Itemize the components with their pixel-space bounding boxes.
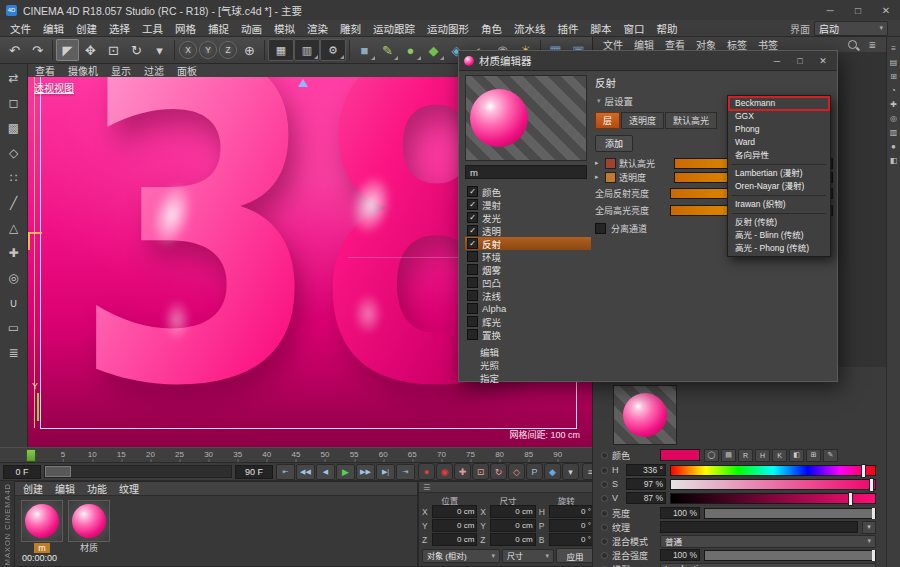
timeline-tick[interactable]: 5 [61, 450, 65, 459]
timeline-tick[interactable]: 70 [437, 450, 446, 459]
size-mode-dropdown[interactable]: 尺寸 ▾ [502, 549, 554, 563]
cube-primitive-icon[interactable]: ■ [353, 39, 376, 61]
material-channel-item[interactable]: 编辑 [465, 345, 591, 358]
texture-preset-button[interactable]: ▾ [862, 521, 876, 534]
mix-strength-slider[interactable] [704, 550, 876, 561]
menubar-item[interactable]: 运动跟踪 [367, 20, 421, 37]
brightness-slider[interactable] [704, 508, 876, 519]
value-slider[interactable] [670, 493, 876, 504]
x-axis-lock-button[interactable]: X [179, 41, 197, 59]
keyframe-selection-button[interactable]: ◆ [544, 463, 561, 480]
menubar-item[interactable]: 角色 [475, 20, 508, 37]
menubar-item[interactable]: 渲染 [301, 20, 334, 37]
channel-checkbox[interactable]: ✓ [467, 238, 478, 249]
viewport-menu-item[interactable]: 面板 [177, 63, 197, 78]
channel-checkbox[interactable]: ✓ [467, 225, 478, 236]
material-channel-item[interactable]: 环境 [465, 250, 591, 263]
previous-frame-button[interactable]: ◀ [316, 464, 335, 480]
material-preview[interactable] [465, 75, 587, 161]
channel-checkbox[interactable] [467, 303, 478, 314]
dock-clock-icon[interactable]: ◔ [888, 83, 900, 97]
menubar-item[interactable]: 运动图形 [421, 20, 475, 37]
spectrum-icon[interactable]: ▤ [721, 449, 736, 462]
reflectance-type-option[interactable]: Irawan (织物) [729, 198, 829, 211]
menubar-item[interactable]: 雕刻 [334, 20, 367, 37]
coordinate-field[interactable]: 0 ° [549, 519, 594, 532]
material-channel-item[interactable]: ✓反射 [465, 237, 591, 250]
viewport-menu-item[interactable]: 显示 [111, 63, 131, 78]
timeline-tick[interactable]: 85 [524, 450, 533, 459]
collapse-arrow-icon[interactable]: ▾ [597, 97, 601, 105]
goto-start-button[interactable]: ⇤ [276, 464, 295, 480]
coordinate-field[interactable]: 0 cm [432, 533, 477, 546]
menubar-item[interactable]: 窗口 [618, 20, 651, 37]
subdivision-surface-icon[interactable]: ● [399, 39, 422, 61]
dock-add-icon[interactable]: ✚ [888, 97, 900, 111]
reflectance-tab[interactable]: 透明度 [621, 112, 664, 129]
timeline-playhead[interactable] [26, 449, 36, 462]
material-item[interactable]: 材质 [68, 500, 110, 553]
timeline-tick[interactable]: 10 [88, 450, 97, 459]
reflectance-tab[interactable]: 默认高光 [665, 112, 717, 129]
viewport-menu-item[interactable]: 摄像机 [68, 63, 98, 78]
coordinate-field[interactable]: 0 ° [549, 505, 594, 518]
mix-strength-value-field[interactable]: 100 % [660, 549, 700, 561]
render-settings-icon[interactable]: ⚙ [320, 39, 346, 61]
coordinate-field[interactable]: 0 cm [490, 519, 535, 532]
reflectance-tab[interactable]: 层 [595, 112, 620, 129]
selection-filter-icon[interactable]: ≣ [2, 341, 26, 365]
render-picture-viewer-icon[interactable]: ▥ [294, 39, 320, 61]
maximize-button[interactable]: □ [791, 56, 809, 66]
undo-icon[interactable]: ↶ [3, 39, 26, 61]
reflectance-type-option[interactable]: 高光 - Blinn (传统) [729, 229, 829, 242]
timeline-tick[interactable]: 35 [233, 450, 242, 459]
timeline-tick[interactable]: 40 [262, 450, 271, 459]
live-selection-icon[interactable]: ◤ [56, 39, 79, 61]
channel-checkbox[interactable]: ✓ [467, 212, 478, 223]
dock-split-icon[interactable]: ◧ [888, 153, 900, 167]
rotate-tool-icon[interactable]: ↻ [125, 39, 148, 61]
h-value-field[interactable]: 336 ° [626, 464, 666, 476]
material-channel-item[interactable]: 烟雾 [465, 263, 591, 276]
material-manager-menu-item[interactable]: 创建 [23, 481, 43, 496]
previous-key-button[interactable]: ◀◀ [296, 464, 315, 480]
material-item[interactable]: m [21, 500, 63, 553]
menubar-item[interactable]: 插件 [552, 20, 585, 37]
saturation-slider[interactable] [670, 479, 876, 490]
axis-mode-icon[interactable]: ✚ [2, 241, 26, 265]
timeline-tick[interactable]: 90 [553, 450, 562, 459]
edges-mode-icon[interactable]: ╱ [2, 191, 26, 215]
material-channel-item[interactable]: ✓发光 [465, 211, 591, 224]
material-channel-item[interactable]: ✓颜色 [465, 185, 591, 198]
close-button[interactable]: ✕ [814, 56, 832, 66]
material-channel-item[interactable]: ✓漫射 [465, 198, 591, 211]
material-channel-item[interactable]: 凹凸 [465, 276, 591, 289]
coordinate-field[interactable]: 0 cm [490, 505, 535, 518]
reflectance-type-option[interactable]: Phong [729, 123, 829, 136]
material-preview-sphere[interactable] [68, 500, 110, 542]
mix-mode-dropdown[interactable]: 普通 ▾ [660, 535, 876, 548]
timeline-tick[interactable]: 55 [350, 450, 359, 459]
color-swatch[interactable] [660, 449, 700, 461]
timeline-options-button[interactable]: ▾ [562, 463, 579, 480]
model-mode-icon[interactable]: ◻ [2, 91, 26, 115]
spline-pen-icon[interactable]: ✎ [376, 39, 399, 61]
timeline-tick[interactable]: 30 [204, 450, 213, 459]
timeline-tick[interactable]: 75 [466, 450, 475, 459]
play-button[interactable]: ▶ [336, 464, 355, 480]
keyframe-dot-icon[interactable] [601, 495, 608, 502]
timeline-ruler[interactable]: 051015202530354045505560657075808590 [0, 447, 592, 463]
viewport-menu-item[interactable]: 查看 [35, 63, 55, 78]
mix-strength-slider-handle[interactable] [872, 550, 875, 561]
menubar-item[interactable]: 帮助 [651, 20, 684, 37]
next-frame-button[interactable]: ▶▶ [356, 464, 375, 480]
menubar-item[interactable]: 脚本 [585, 20, 618, 37]
separate-passes-checkbox[interactable] [595, 223, 606, 234]
timeline-tick[interactable]: 65 [408, 450, 417, 459]
timeline-tick[interactable]: 25 [175, 450, 184, 459]
menubar-item[interactable]: 创建 [70, 20, 103, 37]
workplane-lock-icon[interactable]: ▭ [2, 316, 26, 340]
reflectance-type-option[interactable]: 各向异性 [729, 149, 829, 162]
channel-checkbox[interactable]: ✓ [467, 186, 478, 197]
channel-checkbox[interactable] [467, 277, 478, 288]
